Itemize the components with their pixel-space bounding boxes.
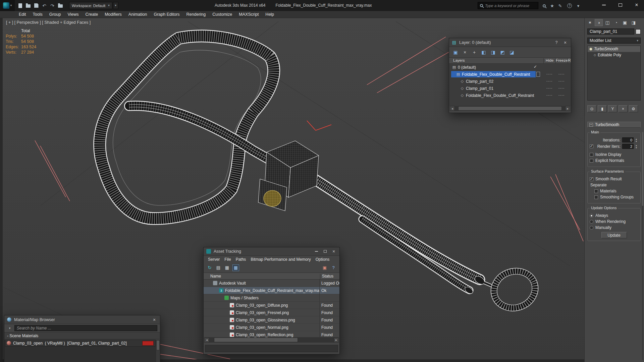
- object-name-field[interactable]: Clamp_part_01: [587, 28, 634, 35]
- asset-row-vault[interactable]: Autodesk Vault Logged Out: [204, 280, 339, 287]
- asset-horizontal-scrollbar[interactable]: ◂ ▸: [204, 337, 339, 343]
- scroll-right-icon[interactable]: ▸: [334, 338, 339, 343]
- menu-item-tools[interactable]: Tools: [30, 12, 46, 17]
- make-unique-button[interactable]: Y: [608, 105, 617, 112]
- path-editor-icon[interactable]: ▣: [321, 264, 328, 271]
- refresh-status-icon[interactable]: ↻: [206, 264, 213, 271]
- menu-item-maxscript[interactable]: MAXScript: [235, 12, 262, 17]
- workspace-flyout-button[interactable]: ▾: [113, 2, 118, 9]
- tab-utilities[interactable]: ◨: [630, 19, 638, 26]
- render-iters-checkbox[interactable]: ✓: [590, 144, 593, 148]
- asset-minimize-button[interactable]: [313, 248, 319, 254]
- iterations-spinner[interactable]: ▴ ▾: [634, 138, 638, 142]
- save-file-button[interactable]: [32, 2, 40, 10]
- always-radio[interactable]: [590, 214, 593, 218]
- favorites-button[interactable]: ★: [549, 2, 555, 9]
- asset-row-diffuse[interactable]: Clamp_03_open_Diffuse.png Found: [204, 302, 339, 309]
- object-color-swatch[interactable]: [636, 29, 641, 34]
- asset-help-icon[interactable]: ?: [330, 264, 337, 271]
- infocenter-search-input[interactable]: Type a keyword or phrase: [478, 2, 538, 9]
- viewport-label[interactable]: [ + ] [ Perspective ] [ Shaded + Edged F…: [6, 20, 91, 25]
- delete-layer-icon[interactable]: ×: [461, 49, 469, 56]
- modifier-list-dropdown[interactable]: Modifier List ▾: [587, 38, 641, 44]
- asset-row-glossiness[interactable]: Clamp_03_open_Glossiness.png Found: [204, 316, 339, 324]
- transform-gizmo[interactable]: [307, 121, 331, 130]
- update-button[interactable]: Update: [601, 232, 627, 238]
- asset-row-maps-shaders[interactable]: Maps / Shaders: [204, 294, 339, 302]
- menu-item-modifiers[interactable]: Modifiers: [101, 12, 125, 17]
- layer-row-default[interactable]: ▤ 0 (default) ✓: [449, 64, 571, 71]
- close-button[interactable]: ×: [629, 0, 644, 10]
- menu-item-create[interactable]: Create: [82, 12, 102, 17]
- asset-row-fresnel[interactable]: Clamp_03_open_Fresnel.png Found: [204, 309, 339, 316]
- scroll-right-icon[interactable]: ▸: [565, 106, 570, 111]
- tab-create[interactable]: ✶: [586, 19, 594, 26]
- tab-modify[interactable]: ◑: [595, 19, 603, 26]
- material-list-scrollbar[interactable]: [156, 340, 160, 362]
- asset-menu-paths[interactable]: Paths: [233, 257, 249, 262]
- minimize-button[interactable]: [596, 0, 611, 10]
- layer-row-clamp-part-01[interactable]: ◇ Clamp_part_01 ---- ----: [449, 85, 571, 92]
- smooth-result-checkbox[interactable]: ✓: [590, 177, 593, 181]
- layer-horizontal-scrollbar[interactable]: ◂ ▸: [450, 106, 570, 111]
- layer-dialog-help-button[interactable]: ?: [553, 40, 559, 46]
- layer-dialog-titlebar[interactable]: ▤ Layer: 0 (default) ? ×: [449, 38, 571, 47]
- search-options-caret-icon[interactable]: ▾: [7, 325, 12, 331]
- maximize-button[interactable]: [613, 0, 628, 10]
- render-iters-spinner[interactable]: ▴ ▾: [634, 144, 638, 149]
- asset-row-max-file[interactable]: 3Foldable_Flex_Double_Cuff_Restraint_max…: [204, 287, 339, 294]
- title-bar[interactable]: ▾ ↶ ↷ Workspace: Default ▾ ▾ Autodesk 3d…: [0, 0, 644, 11]
- scroll-left-icon[interactable]: ◂: [204, 338, 209, 343]
- material-browser-close-button[interactable]: ×: [151, 317, 157, 323]
- material-search-input[interactable]: Search by Name ...: [14, 325, 157, 331]
- redo-button[interactable]: ↷: [48, 2, 56, 10]
- hide-freeze-toggle-icon[interactable]: ◪: [508, 49, 516, 56]
- stack-item-editable-poly[interactable]: ◇ Editable Poly: [588, 52, 640, 58]
- rollout-turbosmooth[interactable]: − TurboSmooth: [587, 122, 641, 128]
- layer-edit-box[interactable]: [536, 72, 540, 77]
- iterations-field[interactable]: 0: [622, 137, 634, 142]
- workspace-dropdown[interactable]: Workspace: Default ▾: [69, 2, 112, 9]
- show-end-result-button[interactable]: ▮: [598, 105, 607, 112]
- column-status[interactable]: Status: [320, 274, 339, 279]
- layer-row-restraint-object[interactable]: ◇ Foldable_Flex_Double_Cuff_Restraint --…: [449, 92, 571, 99]
- help-button[interactable]: ?: [566, 2, 573, 9]
- layer-row-clamp-part-02[interactable]: ◇ Clamp_part_02 ---- ----: [449, 78, 571, 85]
- menu-item-edit[interactable]: Edit: [15, 12, 30, 17]
- tab-hierarchy[interactable]: ◫: [603, 19, 611, 26]
- material-item-clamp-03-open[interactable]: Clamp_03_open ( VRayMtl ) [Clamp_part_01…: [5, 340, 155, 347]
- explicit-normals-checkbox[interactable]: [590, 159, 593, 163]
- set-current-layer-icon[interactable]: ◨: [489, 49, 497, 56]
- isoline-display-checkbox[interactable]: [590, 153, 593, 157]
- highlight-selected-layer-icon[interactable]: ◩: [499, 49, 506, 56]
- app-menu-button[interactable]: ▾: [0, 0, 15, 11]
- add-to-layer-icon[interactable]: +: [471, 49, 478, 56]
- tab-motion[interactable]: ◔: [612, 19, 620, 26]
- modifier-on-bulb-icon[interactable]: [589, 48, 592, 51]
- asset-maximize-button[interactable]: [322, 248, 328, 254]
- sketch-button[interactable]: ✎: [557, 2, 564, 9]
- layer-row-selected[interactable]: ▤ Foldable_Flex_Double_Cuff_Restraint --…: [449, 71, 571, 78]
- new-scene-button[interactable]: [16, 2, 24, 10]
- asset-menu-bitmap-performance[interactable]: Bitmap Performance and Memory: [248, 257, 313, 262]
- asset-tracking-titlebar[interactable]: Asset Tracking ×: [204, 247, 339, 256]
- menu-item-help[interactable]: Help: [262, 12, 277, 17]
- render-iters-field[interactable]: 2: [622, 144, 634, 149]
- configure-modifier-sets-button[interactable]: ⚙: [629, 105, 638, 112]
- manually-radio[interactable]: [590, 226, 593, 230]
- scroll-thumb[interactable]: [214, 338, 298, 342]
- material-browser-titlebar[interactable]: Material/Map Browser ×: [4, 315, 160, 324]
- column-name[interactable]: Name: [210, 274, 221, 279]
- tab-display[interactable]: ▣: [621, 19, 629, 26]
- materials-checkbox[interactable]: [594, 189, 598, 193]
- select-highlighted-objects-icon[interactable]: ◧: [480, 49, 487, 56]
- material-color-swatch[interactable]: [142, 341, 154, 346]
- asset-menu-server[interactable]: Server: [206, 257, 222, 262]
- stack-item-turbosmooth[interactable]: TurboSmooth: [588, 46, 640, 52]
- command-panel-scrollbar[interactable]: [642, 132, 643, 360]
- menu-item-views[interactable]: Views: [64, 12, 82, 17]
- asset-row-normal[interactable]: Clamp_03_open_Normal.png Found: [204, 324, 339, 331]
- pin-stack-button[interactable]: ⊙: [587, 105, 596, 112]
- menu-item-animation[interactable]: Animation: [125, 12, 151, 17]
- menu-item-rendering[interactable]: Rendering: [183, 12, 209, 17]
